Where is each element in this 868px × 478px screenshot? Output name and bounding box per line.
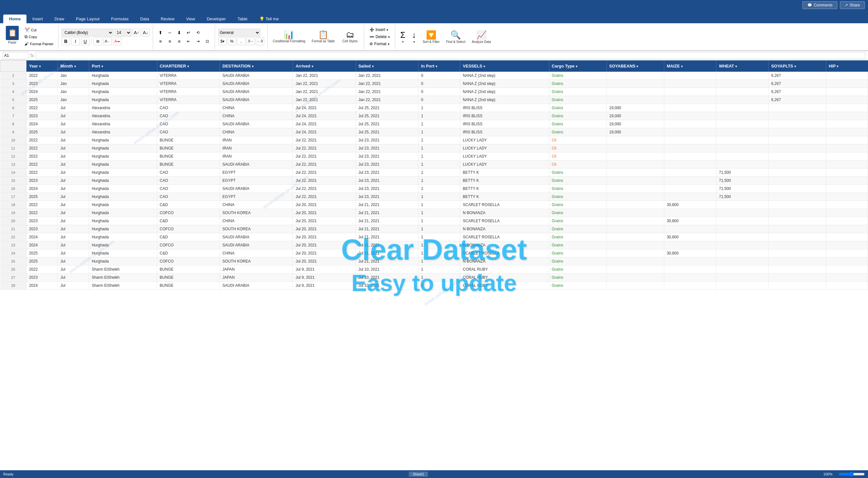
cell-soyaplts[interactable]: 6,267 bbox=[769, 80, 826, 88]
cell-sailed[interactable]: Jul 23, 2021 bbox=[355, 168, 418, 176]
cell-maize[interactable] bbox=[664, 265, 716, 273]
table-row[interactable]: 172025JulHurghadaCAOEGYPTJul 22, 2021Jul… bbox=[0, 192, 868, 201]
text-direction-button[interactable]: ⟲ bbox=[194, 29, 202, 36]
cell-soyabeans[interactable] bbox=[607, 72, 664, 80]
cell-destination[interactable]: SAUDI ARABIA bbox=[220, 88, 293, 96]
cell-soyaplts[interactable] bbox=[769, 257, 826, 265]
cell-port[interactable]: Hurghada bbox=[89, 257, 157, 265]
cell-cargotype[interactable]: Grains bbox=[549, 217, 607, 225]
cell-charterer[interactable]: VITERRA bbox=[157, 96, 220, 104]
cell-wheat[interactable] bbox=[716, 241, 769, 249]
conditional-formatting-button[interactable]: 📊 Conditional Formatting bbox=[270, 29, 308, 44]
cell-sailed[interactable]: Jan 22, 2021 bbox=[355, 88, 418, 96]
cell-charterer[interactable]: C&D bbox=[157, 201, 220, 209]
cell-year[interactable]: 2024 bbox=[26, 184, 58, 192]
cell-sailed[interactable]: Jul 23, 2021 bbox=[355, 160, 418, 168]
cell-maize[interactable]: 30,800 bbox=[664, 201, 716, 209]
cell-soyabeans[interactable] bbox=[607, 96, 664, 104]
cell-vessels[interactable]: LUCKY LADY bbox=[460, 152, 549, 160]
cell-soyaplts[interactable] bbox=[769, 104, 826, 112]
cell-vessels[interactable]: N BONANZA bbox=[460, 241, 549, 249]
cell-cargotype[interactable]: Grains bbox=[549, 281, 607, 289]
cell-destination[interactable]: SAUDI ARABIA bbox=[220, 184, 293, 192]
tab-tell-me[interactable]: 💡 Tell me bbox=[253, 14, 285, 23]
cell-wheat[interactable] bbox=[716, 96, 769, 104]
cell-destination[interactable]: CHINA bbox=[220, 249, 293, 257]
cell-maize[interactable] bbox=[664, 184, 716, 192]
cell-month[interactable]: Jul bbox=[58, 176, 89, 184]
cell-month[interactable]: Jul bbox=[58, 120, 89, 128]
cell-arrived[interactable]: Jul 20, 2021 bbox=[293, 257, 355, 265]
cell-year[interactable]: 2025 bbox=[26, 128, 58, 136]
cell-month[interactable]: Jul bbox=[58, 209, 89, 217]
cell-charterer[interactable]: COFCO bbox=[157, 257, 220, 265]
cell-month[interactable]: Jul bbox=[58, 273, 89, 281]
number-format-select[interactable]: General bbox=[218, 29, 260, 36]
cell-soyaplts[interactable] bbox=[769, 128, 826, 136]
comma-button[interactable]: , bbox=[237, 37, 245, 45]
cell-sailed[interactable]: Jul 21, 2021 bbox=[355, 201, 418, 209]
table-row[interactable]: 182022JulHurghadaC&DCHINAJul 20, 2021Jul… bbox=[0, 201, 868, 209]
tab-table[interactable]: Table bbox=[232, 14, 253, 23]
zoom-slider[interactable] bbox=[839, 472, 865, 477]
table-row[interactable]: 282024JulSharm ElSheikhBUNGESAUDI ARABIA… bbox=[0, 281, 868, 289]
cell-sailed[interactable]: Jul 23, 2021 bbox=[355, 152, 418, 160]
cell-sailed[interactable]: Jan 22, 2021 bbox=[355, 80, 418, 88]
cell-hip[interactable] bbox=[826, 273, 868, 281]
table-row[interactable]: 82024JulAlexandriaCAOSAUDI ARABIAJul 24,… bbox=[0, 120, 868, 128]
cell-month[interactable]: Jul bbox=[58, 128, 89, 136]
indent-increase-button[interactable]: ⇥ bbox=[194, 37, 202, 45]
cell-maize[interactable] bbox=[664, 72, 716, 80]
cell-vessels[interactable]: BETTY K bbox=[460, 168, 549, 176]
sheet-tab[interactable]: Sheet1 bbox=[409, 472, 428, 477]
col-header-wheat[interactable]: WHEAT ▾ bbox=[716, 60, 769, 72]
cell-port[interactable]: Hurghada bbox=[89, 88, 157, 96]
cell-wheat[interactable] bbox=[716, 120, 769, 128]
table-row[interactable]: 112022JulHurghadaBUNGEIRANJul 22, 2021Ju… bbox=[0, 144, 868, 152]
cell-soyaplts[interactable] bbox=[769, 209, 826, 217]
cell-port[interactable]: Hurghada bbox=[89, 136, 157, 144]
cell-inport[interactable]: 0 bbox=[418, 88, 460, 96]
cell-port[interactable]: Alexandria bbox=[89, 120, 157, 128]
cell-cargotype[interactable]: Grains bbox=[549, 96, 607, 104]
cell-hip[interactable] bbox=[826, 72, 868, 80]
cell-year[interactable]: 2025 bbox=[26, 96, 58, 104]
cell-arrived[interactable]: Jul 20, 2021 bbox=[293, 217, 355, 225]
cell-inport[interactable]: 1 bbox=[418, 201, 460, 209]
cell-inport[interactable]: 0 bbox=[418, 96, 460, 104]
cell-arrived[interactable]: Jul 9, 2021 bbox=[293, 281, 355, 289]
cell-port[interactable]: Alexandria bbox=[89, 104, 157, 112]
cell-soyaplts[interactable] bbox=[769, 265, 826, 273]
analyze-data-button[interactable]: 📈 Analyze Data bbox=[469, 29, 493, 45]
cell-soyaplts[interactable] bbox=[769, 201, 826, 209]
cell-month[interactable]: Jan bbox=[58, 88, 89, 96]
cell-hip[interactable] bbox=[826, 104, 868, 112]
table-row[interactable]: 102022JulHurghadaBUNGEIRANJul 22, 2021Ju… bbox=[0, 136, 868, 144]
cell-hip[interactable] bbox=[826, 168, 868, 176]
cell-maize[interactable] bbox=[664, 96, 716, 104]
cell-month[interactable]: Jul bbox=[58, 152, 89, 160]
cell-arrived[interactable]: Jul 20, 2021 bbox=[293, 241, 355, 249]
cell-port[interactable]: Sharm ElSheikh bbox=[89, 265, 157, 273]
cell-port[interactable]: Alexandria bbox=[89, 112, 157, 120]
cell-hip[interactable] bbox=[826, 176, 868, 184]
cell-wheat[interactable] bbox=[716, 112, 769, 120]
cell-year[interactable]: 2023 bbox=[26, 176, 58, 184]
cell-month[interactable]: Jul bbox=[58, 241, 89, 249]
cell-hip[interactable] bbox=[826, 120, 868, 128]
cell-cargotype[interactable]: Grains bbox=[549, 104, 607, 112]
cell-soyabeans[interactable] bbox=[607, 217, 664, 225]
cell-destination[interactable]: SOUTH KOREA bbox=[220, 225, 293, 233]
cell-inport[interactable]: 1 bbox=[418, 176, 460, 184]
table-row[interactable]: 252025JulHurghadaCOFCOSOUTH KOREAJul 20,… bbox=[0, 257, 868, 265]
cell-port[interactable]: Sharm ElSheikh bbox=[89, 273, 157, 281]
cell-sailed[interactable]: Jul 23, 2021 bbox=[355, 176, 418, 184]
cell-inport[interactable]: 1 bbox=[418, 265, 460, 273]
tab-view[interactable]: View bbox=[180, 14, 201, 23]
cell-month[interactable]: Jul bbox=[58, 249, 89, 257]
delete-button[interactable]: ➖ Delete ▾ bbox=[368, 34, 392, 40]
cell-hip[interactable] bbox=[826, 152, 868, 160]
cell-sailed[interactable]: Jul 21, 2021 bbox=[355, 241, 418, 249]
cell-soyaplts[interactable] bbox=[769, 176, 826, 184]
cell-arrived[interactable]: Jul 20, 2021 bbox=[293, 201, 355, 209]
